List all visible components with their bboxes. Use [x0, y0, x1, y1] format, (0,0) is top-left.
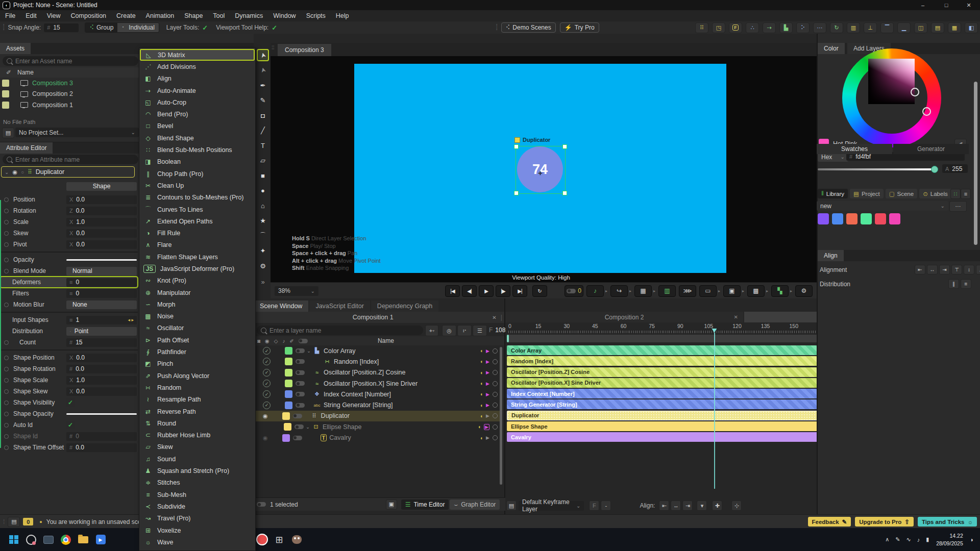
expand-button[interactable]: ▣ — [386, 499, 397, 510]
grid-overlay-icon[interactable]: ▦ — [634, 285, 652, 297]
swatches-tab[interactable]: Swatches — [817, 144, 892, 154]
swatch-chip[interactable] — [875, 213, 886, 224]
viewport-tool-help-checkbox[interactable]: ✓ — [272, 24, 277, 32]
snap-angle-input[interactable]: # 15 — [44, 23, 79, 32]
layer-name[interactable]: String Generator [String] — [324, 402, 393, 409]
audio-offset-field[interactable]: 0 — [565, 285, 583, 297]
menu-help[interactable]: Help — [331, 12, 354, 19]
layer-toggle[interactable] — [293, 436, 302, 440]
menu-item-clean-up[interactable]: ✂ Clean Up — [139, 180, 255, 191]
keyframe-dot-icon[interactable] — [4, 400, 9, 405]
hue-handle[interactable] — [922, 107, 931, 116]
menu-item-align[interactable]: ◧ Align — [139, 73, 255, 85]
bars-icon[interactable]: ▥ — [847, 22, 860, 33]
emitter-tool[interactable]: ✦ — [257, 245, 269, 257]
console-button[interactable]: ▤ — [8, 517, 20, 527]
swatch-chip[interactable] — [861, 213, 872, 224]
motion-path-icon[interactable]: ⇢ — [763, 22, 776, 33]
distribute-h-icon[interactable]: ∥ — [948, 279, 959, 289]
assets-tab[interactable]: Assets — [0, 43, 31, 54]
tray-network-icon[interactable]: ∿ — [906, 536, 911, 543]
go-to-start-button[interactable]: |◀ — [445, 285, 460, 297]
keyframe-dot-icon[interactable] — [4, 423, 9, 428]
time-editor-button[interactable]: ☰ Time Editor — [401, 499, 449, 510]
keyframe-prev-icon[interactable]: ◖ — [480, 370, 483, 375]
align-options-button[interactable]: ▾ — [697, 500, 707, 511]
project-folder-icon[interactable]: ▤ — [2, 128, 14, 138]
menu-item-oscillator[interactable]: ≈ Oscillator — [139, 322, 255, 334]
add-keyframe-button[interactable]: ✚ — [712, 500, 722, 511]
swatch-chip[interactable] — [889, 213, 900, 224]
alpha-handle[interactable] — [931, 166, 938, 173]
menu-item-flatten-shape-layers[interactable]: ≋ Flatten Shape Layers — [139, 251, 255, 263]
frame-value-field[interactable]: - — [601, 500, 611, 511]
swatch-source-library[interactable]: ⫴Library — [818, 189, 848, 198]
menu-item-extend-open-paths[interactable]: ↗ Extend Open Paths — [139, 215, 255, 227]
attr-row-filters[interactable]: Filters≡0 — [0, 288, 138, 299]
play-button[interactable]: ▶ — [479, 285, 494, 297]
layer-toggle[interactable] — [296, 359, 305, 364]
pivot-icon[interactable]: ✛ — [538, 170, 542, 176]
frame-field[interactable]: F 108 — [489, 325, 505, 335]
start-button[interactable] — [5, 531, 22, 548]
prev-frame-button[interactable]: ◀| — [462, 285, 477, 297]
keyframe-dot-icon[interactable] — [4, 209, 9, 213]
shape-button[interactable]: Shape — [66, 182, 137, 191]
align-top-icon[interactable]: ⊤ — [951, 265, 962, 274]
notification-bell-icon[interactable]: ◗ — [970, 536, 974, 543]
keyframe-circle-icon[interactable] — [493, 403, 498, 408]
menu-item-knot-pro-[interactable]: ∾ Knot (Pro) — [139, 275, 255, 287]
onion-skin-icon[interactable]: ▩ — [747, 285, 765, 297]
keyframe-dot-icon[interactable] — [4, 231, 9, 236]
attr-row-shape-time-offset[interactable]: Shape Time Offset#0.0 — [0, 442, 138, 453]
checker-icon[interactable]: ▚ — [771, 285, 789, 297]
menu-dynamics[interactable]: Dynamics — [230, 12, 268, 19]
utilities-tool[interactable]: ⚙ — [257, 260, 269, 272]
layer-color-chip[interactable] — [282, 434, 290, 442]
menu-item-flare[interactable]: ∧ Flare — [139, 239, 255, 251]
keyframe-next-icon[interactable]: ▶ — [486, 348, 489, 354]
right-scrollbar[interactable] — [974, 82, 977, 245]
menu-item-round[interactable]: ⇅ Round — [139, 417, 255, 429]
grid-view-button[interactable]: ∷ — [950, 189, 961, 199]
chevron-down-icon[interactable]: ⌄ — [5, 169, 9, 175]
try-pro-button[interactable]: ⚡ Try Pro — [560, 22, 599, 33]
attr-row-pivot[interactable]: PivotX0.0 — [0, 239, 138, 250]
menu-item-reverse-path[interactable]: ⇄ Reverse Path — [139, 406, 255, 417]
keyframe-next-icon[interactable]: ▶ — [486, 370, 489, 375]
attr-row-rotation[interactable]: RotationZ0.0 — [0, 205, 138, 216]
next-frame-button[interactable]: |▶ — [496, 285, 510, 297]
keyframe-prev-icon[interactable]: ◖ — [480, 435, 483, 441]
keyframe-prev-icon[interactable]: ◖ — [480, 413, 483, 419]
ellipse-tool[interactable]: ● — [257, 185, 269, 197]
keyframe-prev-icon[interactable]: ◖ — [478, 424, 481, 430]
menu-item-push-along-vector[interactable]: ⇗ Push Along Vector — [139, 370, 255, 382]
timeline-tab-composition-2[interactable]: Composition 2 ✕ — [505, 312, 743, 322]
layer-toggle[interactable] — [296, 348, 305, 353]
keyframe-dot-icon[interactable] — [4, 242, 9, 247]
frame-bounds-icon[interactable]: ▭ — [699, 285, 717, 297]
menu-item-rubber-hose-limb[interactable]: ⊂ Rubber Hose Limb — [139, 430, 255, 441]
tray-chevron-icon[interactable]: ∧ — [885, 536, 889, 543]
sv-handle[interactable] — [911, 88, 919, 96]
keyframe-next-icon[interactable]: ▶ — [484, 424, 489, 430]
record-app-button[interactable] — [253, 531, 271, 548]
filter-add-button[interactable]: ⠖ — [457, 325, 472, 336]
solo-circle-icon[interactable]: ○ — [21, 169, 24, 175]
layer-color-chip[interactable] — [285, 402, 292, 409]
layer-toggle[interactable] — [296, 392, 305, 396]
arc-tool[interactable]: ⌒ — [257, 230, 269, 242]
keyframe-dot-icon[interactable] — [4, 197, 9, 202]
attr-row-deformers[interactable]: Deformers≡0 — [0, 277, 138, 288]
dots-icon[interactable]: ⋯ — [813, 22, 826, 33]
align-center-h-icon[interactable]: ↔ — [927, 265, 938, 274]
layer-row-duplicator[interactable]: ◉ ⠿ Duplicator ◖ ▶ — [254, 411, 500, 421]
keyframe-next-icon[interactable]: ▶ — [486, 435, 489, 440]
tray-volume-icon[interactable]: ♪ — [917, 537, 920, 543]
menu-animation[interactable]: Animation — [141, 12, 180, 19]
keyframe-next-icon[interactable]: ▶ — [486, 381, 489, 386]
columns-icon[interactable]: ◫ — [914, 22, 927, 33]
swatch-group-dropdown[interactable]: new⌄ — [817, 201, 948, 211]
attr-row-shape-scale[interactable]: Shape ScaleX1.0 — [0, 374, 138, 386]
align-bottom-icon[interactable]: ▁ — [897, 22, 911, 33]
